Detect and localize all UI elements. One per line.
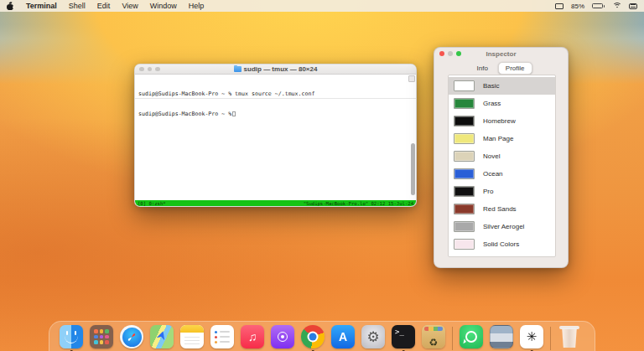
profile-name: Silver Aerogel	[483, 223, 524, 230]
control-center-icon[interactable]	[629, 3, 637, 9]
zoom-button[interactable]	[456, 51, 461, 56]
profile-swatch	[454, 239, 475, 250]
terminal-app-icon: >_	[392, 325, 415, 348]
app-store-icon: A	[331, 325, 355, 348]
profile-name: Novel	[483, 152, 500, 160]
display-icon[interactable]	[555, 3, 564, 9]
tmux-status-right: "Sudips-MacBook-Pro.lo" 02:12 15-Jul-24	[304, 201, 413, 206]
tab-info[interactable]: Info	[470, 63, 494, 74]
tab-profile[interactable]: Profile	[498, 62, 532, 75]
tmux-status-bar: [0] 0:zsh* "Sudips-MacBook-Pro.lo" 02:12…	[135, 200, 416, 206]
minimize-button[interactable]	[448, 51, 453, 56]
inspector-titlebar[interactable]: Inspector	[434, 48, 568, 59]
tmux-status-left: [0] 0:zsh*	[138, 201, 166, 206]
profile-row-solid-colors[interactable]: Solid Colors	[449, 235, 555, 253]
dock-item-whatsapp[interactable]	[460, 325, 483, 348]
dock-item-chrome[interactable]	[301, 325, 325, 348]
system-settings-icon: ⚙	[361, 325, 385, 348]
profile-row-ocean[interactable]: Ocean	[449, 165, 555, 183]
profile-row-basic[interactable]: Basic	[449, 77, 555, 95]
profile-row-novel[interactable]: Novel	[449, 147, 555, 165]
dock-item-reminders[interactable]	[210, 325, 234, 348]
scrollbar-thumb[interactable]	[411, 143, 415, 195]
battery-icon[interactable]	[592, 3, 605, 8]
profile-name: Grass	[483, 100, 501, 107]
dock-divider	[452, 327, 453, 350]
terminal-window-title: sudip — tmux — 80×24	[135, 65, 416, 73]
menu-view[interactable]: View	[122, 2, 138, 10]
profile-row-man-page[interactable]: Man Page	[449, 130, 555, 147]
profile-name: Ocean	[483, 170, 503, 178]
dock: ♫ A ⚙ >_ ♻ ✳	[49, 321, 595, 351]
divider	[135, 98, 416, 99]
profile-swatch	[454, 98, 475, 109]
dock-divider	[550, 327, 551, 350]
dock-item-podcasts[interactable]	[271, 325, 294, 348]
profile-swatch	[454, 186, 475, 197]
dock-item-trash[interactable]	[558, 325, 581, 348]
terminal-line: sudip@Sudips-MacBook-Pro ~ % tmux source…	[138, 90, 413, 97]
music-icon: ♫	[241, 325, 264, 348]
terminal-content[interactable]: sudip@Sudips-MacBook-Pro ~ % tmux source…	[135, 75, 416, 197]
dock-item-safari[interactable]	[120, 325, 143, 348]
profile-swatch	[454, 221, 475, 232]
trash-icon	[559, 325, 579, 348]
profile-list: Basic Grass Homebrew Man Page Novel Ocea…	[448, 75, 556, 257]
profile-name: Red Sands	[483, 205, 517, 213]
chrome-icon	[301, 325, 325, 348]
menu-terminal[interactable]: Terminal	[26, 2, 57, 10]
dock-item-system-settings[interactable]: ⚙	[361, 325, 385, 348]
dock-item-music[interactable]: ♫	[241, 325, 264, 348]
profile-row-pro[interactable]: Pro	[449, 183, 555, 200]
reminders-icon	[210, 325, 234, 348]
profile-swatch	[454, 116, 475, 126]
profile-name: Man Page	[483, 135, 513, 142]
apple-menu-icon[interactable]	[7, 2, 14, 10]
profile-swatch	[454, 151, 475, 162]
menu-help[interactable]: Help	[189, 2, 205, 10]
finder-icon	[60, 325, 83, 348]
terminal-cursor	[232, 111, 236, 117]
folder-proxy-icon	[234, 66, 242, 72]
whatsapp-icon	[460, 325, 483, 348]
dock-item-app-store[interactable]: A	[331, 325, 355, 348]
dock-item-maps[interactable]	[150, 325, 174, 348]
profile-name: Homebrew	[483, 117, 516, 125]
desktop-wallpaper: Terminal Shell Edit View Window Help 85%	[0, 0, 644, 351]
dock-item-recycle-folder[interactable]: ♻	[422, 325, 445, 348]
battery-percent: 85%	[571, 3, 584, 10]
safari-icon	[120, 325, 143, 348]
profile-row-red-sands[interactable]: Red Sands	[449, 200, 555, 218]
dock-item-notes[interactable]	[180, 325, 204, 348]
launchpad-icon	[90, 325, 113, 348]
recycle-folder-icon: ♻	[422, 325, 445, 348]
scrollbar-widget[interactable]	[408, 75, 415, 82]
profile-name: Basic	[483, 82, 500, 90]
dock-item-finder[interactable]	[60, 325, 83, 348]
profile-row-silver-aerogel[interactable]: Silver Aerogel	[449, 218, 555, 235]
inspector-tabbar: Info Profile	[434, 62, 568, 75]
dock-item-terminal[interactable]: >_	[392, 325, 415, 348]
notes-icon	[180, 325, 204, 348]
wifi-icon[interactable]	[612, 3, 621, 9]
profile-swatch	[454, 204, 475, 214]
menu-bar: Terminal Shell Edit View Window Help 85%	[0, 0, 644, 12]
dock-item-preview-window[interactable]	[490, 325, 513, 348]
profile-row-homebrew[interactable]: Homebrew	[449, 112, 555, 130]
menu-shell[interactable]: Shell	[69, 2, 86, 10]
close-button[interactable]	[439, 51, 444, 56]
profile-name: Solid Colors	[483, 240, 519, 248]
terminal-titlebar[interactable]: sudip — tmux — 80×24	[135, 65, 416, 75]
menu-window[interactable]: Window	[150, 2, 177, 10]
profile-row-grass[interactable]: Grass	[449, 95, 555, 112]
profile-swatch	[454, 133, 475, 144]
chatgpt-icon: ✳	[520, 325, 543, 348]
profile-swatch	[454, 168, 475, 179]
dock-item-chatgpt[interactable]: ✳	[520, 325, 543, 348]
inspector-window[interactable]: Inspector Info Profile Basic Grass Homeb…	[434, 47, 569, 268]
profile-name: Pro	[483, 188, 493, 195]
terminal-window[interactable]: sudip — tmux — 80×24 sudip@Sudips-MacBoo…	[134, 64, 417, 207]
dock-item-launchpad[interactable]	[90, 325, 113, 348]
menu-edit[interactable]: Edit	[97, 2, 111, 10]
podcasts-icon	[271, 325, 294, 348]
